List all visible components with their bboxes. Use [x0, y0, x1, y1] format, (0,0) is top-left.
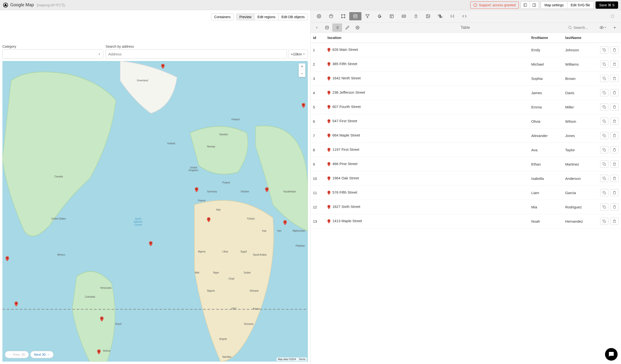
- delete-button[interactable]: [610, 75, 619, 82]
- map-settings-button[interactable]: Map settings: [541, 1, 567, 9]
- regions-icon[interactable]: [337, 12, 349, 20]
- braces-icon[interactable]: [446, 12, 458, 20]
- tab-containers[interactable]: Containers: [211, 14, 234, 20]
- map-label: United States: [52, 217, 66, 220]
- map-pin[interactable]: [195, 187, 198, 192]
- table-row[interactable]: 1 626 Main Street Emily Johnson: [310, 43, 621, 57]
- copy-button[interactable]: [600, 118, 608, 125]
- delete-button[interactable]: [610, 175, 619, 182]
- copy-button[interactable]: [600, 189, 608, 196]
- delete-button[interactable]: [610, 118, 619, 125]
- copy-button[interactable]: [600, 103, 608, 111]
- table-row[interactable]: 2 385 Fifth Street Michael Williams: [310, 57, 621, 71]
- back-icon[interactable]: [312, 23, 322, 32]
- search-input[interactable]: [573, 25, 598, 30]
- delete-button[interactable]: [610, 218, 619, 225]
- delete-button[interactable]: [610, 189, 619, 196]
- tab-preview[interactable]: Preview: [236, 14, 255, 20]
- distance-select[interactable]: +10km ▼: [288, 49, 308, 59]
- map-canvas[interactable]: Greenland Iceland Canada United States M…: [2, 61, 308, 362]
- tab-edit-db-objects[interactable]: Edit DB objects: [278, 14, 308, 20]
- delete-button[interactable]: [610, 146, 619, 153]
- copy-button[interactable]: [600, 160, 608, 168]
- col-id[interactable]: id: [310, 33, 325, 43]
- add-button[interactable]: [610, 23, 620, 32]
- table-row[interactable]: 4 238 Jefferson Street James Davis: [310, 86, 621, 100]
- table-row[interactable]: 10 1964 Oak Street Isabella Anderson: [310, 171, 621, 186]
- filter-icon[interactable]: [362, 12, 374, 20]
- prev-page-button[interactable]: ← Prev. 30: [5, 351, 29, 358]
- table-row[interactable]: 8 1197 First Street Ava Taylor: [310, 143, 621, 157]
- delete-button[interactable]: [610, 89, 619, 96]
- col-firstname[interactable]: firstName: [529, 33, 563, 43]
- delete-button[interactable]: [610, 103, 619, 111]
- map-pin[interactable]: [149, 241, 153, 246]
- copy-button[interactable]: [600, 75, 608, 82]
- tab-edit-regions[interactable]: Edit regions: [255, 14, 278, 20]
- map-pin[interactable]: [302, 103, 305, 108]
- delete-button[interactable]: [610, 46, 619, 53]
- sparkle-icon[interactable]: [606, 12, 619, 20]
- map-terms-link[interactable]: Terms: [297, 357, 307, 361]
- table-row[interactable]: 7 664 Maple Street Alexander Jones: [310, 128, 621, 143]
- map-pin[interactable]: [100, 317, 104, 321]
- map-pin[interactable]: [6, 256, 9, 261]
- chat-bubble[interactable]: [605, 348, 618, 361]
- settings-icon[interactable]: [313, 12, 325, 20]
- toggle-icon[interactable]: [434, 12, 446, 20]
- image-icon[interactable]: [422, 12, 434, 20]
- delete-button[interactable]: [610, 61, 619, 68]
- address-input[interactable]: [106, 49, 287, 59]
- copy-button[interactable]: [600, 146, 608, 153]
- delete-button[interactable]: [610, 132, 619, 139]
- map-pin[interactable]: [283, 220, 287, 225]
- copy-button[interactable]: [600, 175, 608, 182]
- google-icon[interactable]: [374, 12, 386, 20]
- database-small-icon[interactable]: [322, 23, 332, 32]
- panel-left-button[interactable]: [521, 1, 530, 9]
- map-pin[interactable]: [265, 187, 269, 192]
- table-row[interactable]: 3 1642 Ninth Street Sophia Brown: [310, 71, 621, 86]
- copy-button[interactable]: [600, 218, 608, 225]
- cell-lastname: Rodriguez: [563, 200, 597, 214]
- pin-icon: [328, 91, 330, 95]
- map-pin[interactable]: [15, 301, 18, 306]
- delete-button[interactable]: [610, 203, 619, 211]
- map-pin[interactable]: [97, 349, 101, 354]
- table-row[interactable]: 13 1413 Maple Street Noah Hernandez: [310, 214, 621, 228]
- edit-icon[interactable]: [343, 23, 352, 32]
- visibility-icon[interactable]: ▼: [598, 23, 608, 32]
- col-lastname[interactable]: lastName: [563, 33, 597, 43]
- panel-right-button[interactable]: [530, 1, 539, 9]
- save-button[interactable]: Save ⌘ S: [596, 1, 618, 9]
- copy-button[interactable]: [600, 46, 608, 53]
- zoom-out-button[interactable]: −: [299, 70, 305, 77]
- copy-button[interactable]: [600, 61, 608, 68]
- database-icon[interactable]: [349, 12, 362, 20]
- zoom-in-button[interactable]: +: [299, 63, 305, 70]
- layout-icon[interactable]: [386, 12, 398, 20]
- list-view-icon[interactable]: [332, 23, 342, 32]
- card-icon[interactable]: [398, 12, 410, 20]
- code-icon[interactable]: [458, 12, 470, 20]
- table-row[interactable]: 9 466 Pine Street Ethan Martinez: [310, 157, 621, 171]
- copy-button[interactable]: [600, 89, 608, 96]
- next-page-button[interactable]: Next 30 →: [30, 351, 53, 358]
- table-row[interactable]: 6 547 First Street Olivia Wilson: [310, 114, 621, 128]
- palette-icon[interactable]: [325, 12, 337, 20]
- gear-icon[interactable]: [353, 23, 362, 32]
- copy-button[interactable]: [600, 132, 608, 139]
- map-label: Mali: [195, 271, 199, 274]
- support-badge[interactable]: Support: access granted: [470, 1, 519, 9]
- delete-button[interactable]: [610, 160, 619, 168]
- edit-svg-button[interactable]: Edit SVG file: [568, 1, 594, 9]
- map-pin[interactable]: [161, 64, 165, 69]
- table-row[interactable]: 11 576 Fifth Street Liam Garcia: [310, 186, 621, 200]
- copy-button[interactable]: [600, 203, 608, 211]
- table-row[interactable]: 5 607 Fourth Street Emma Miller: [310, 100, 621, 114]
- category-select[interactable]: ▼: [2, 49, 103, 59]
- mouse-icon[interactable]: [410, 12, 422, 20]
- map-pin[interactable]: [207, 217, 210, 222]
- table-row[interactable]: 12 1627 Sixth Street Mia Rodriguez: [310, 200, 621, 214]
- col-location[interactable]: location: [325, 33, 529, 43]
